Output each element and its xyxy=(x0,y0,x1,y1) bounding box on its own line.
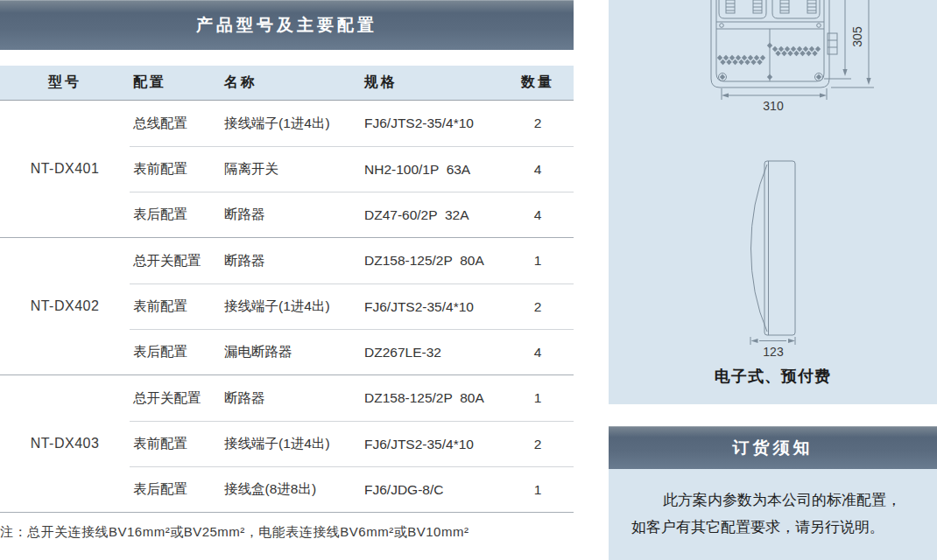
side-view-drawing xyxy=(751,161,796,335)
section-title-bar: 产品型号及主要配置 xyxy=(0,0,574,50)
config-cell: 表前配置 xyxy=(130,435,219,453)
qty-cell: 4 xyxy=(512,345,563,360)
model-group-nt-dx401: NT-DX401 总线配置 接线端子(1进4出) FJ6/JTS2-35/4*1… xyxy=(0,101,574,238)
config-cell: 表后配置 xyxy=(130,206,219,224)
spec-cell: FJ6/JTS2-35/4*10 xyxy=(362,299,512,315)
qty-cell: 4 xyxy=(512,162,563,178)
config-cell: 表后配置 xyxy=(130,343,219,361)
table-row: 表前配置 接线端子(1进4出) FJ6/JTS2-35/4*10 2 xyxy=(130,421,574,466)
vent-lattice-right xyxy=(772,46,821,56)
name-cell: 漏电断路器 xyxy=(219,343,362,361)
panel-divider xyxy=(609,404,937,426)
model-cell: NT-DX403 xyxy=(0,375,130,512)
col-header-model: 型号 xyxy=(0,74,130,92)
table-row: 总开关配置 断路器 DZ158-125/2P 80A 1 xyxy=(130,238,574,284)
section-title: 产品型号及主要配置 xyxy=(196,14,377,37)
spec-cell: DZ158-125/2P 80A xyxy=(362,253,512,269)
col-header-spec: 规格 xyxy=(362,74,512,92)
meter-box-drawing: 305 310 xyxy=(609,0,937,404)
spec-cell: NH2-100/1P 63A xyxy=(362,162,512,178)
right-info-panel: 305 310 xyxy=(609,0,937,560)
table-row: 表后配置 断路器 DZ47-60/2P 32A 4 xyxy=(130,192,574,237)
spec-cell: DZ158-125/2P 80A xyxy=(362,390,512,406)
wiring-note: 注：总开关连接线BV16mm²或BV25mm²，电能表连接线BV6mm²或BV1… xyxy=(0,524,574,541)
spec-cell: DZ47-60/2P 32A xyxy=(362,207,512,223)
name-cell: 接线端子(1进4出) xyxy=(219,435,362,453)
table-row: 表前配置 隔离开关 NH2-100/1P 63A 4 xyxy=(130,146,574,192)
name-cell: 断路器 xyxy=(219,252,362,270)
terminal-coil-icons xyxy=(726,0,816,13)
vent-lattice-left xyxy=(717,55,765,65)
config-cell: 表后配置 xyxy=(130,480,219,499)
technical-drawing-panel: 305 310 xyxy=(609,0,937,404)
model-group-nt-dx403: NT-DX403 总开关配置 断路器 DZ158-125/2P 80A 1 表前… xyxy=(0,375,574,513)
table-row: 总开关配置 断路器 DZ158-125/2P 80A 1 xyxy=(130,375,574,421)
model-cell: NT-DX402 xyxy=(0,238,130,374)
config-cell: 总开关配置 xyxy=(130,389,219,408)
config-cell: 总线配置 xyxy=(130,115,219,133)
col-header-qty: 数量 xyxy=(512,74,563,92)
order-notice-title: 订货须知 xyxy=(733,437,814,459)
config-cell: 表前配置 xyxy=(130,160,219,178)
product-config-section: 产品型号及主要配置 型号 配置 名称 规格 数量 NT-DX401 总线配置 接… xyxy=(0,0,574,541)
meter-type-caption: 电子式、预付费 xyxy=(609,366,937,387)
dim-depth-label: 123 xyxy=(763,345,784,359)
config-cell: 表前配置 xyxy=(130,298,219,316)
spec-cell: FJ6/JDG-8/C xyxy=(362,482,512,498)
front-view-drawing xyxy=(711,0,837,88)
dimension-height: 305 xyxy=(824,0,874,88)
name-cell: 接线盒(8进8出) xyxy=(219,480,362,499)
qty-cell: 2 xyxy=(512,299,563,315)
order-notice-text: 此方案内参数为本公司的标准配置， 如客户有其它配置要求，请另行说明。 xyxy=(609,469,937,560)
col-header-config: 配置 xyxy=(130,74,219,92)
spec-cell: DZ267LE-32 xyxy=(362,345,512,360)
dim-height-label: 305 xyxy=(850,26,864,47)
spec-cell: FJ6/JTS2-35/4*10 xyxy=(362,437,512,452)
model-cell: NT-DX401 xyxy=(0,101,130,237)
name-cell: 断路器 xyxy=(219,206,362,224)
table-row: 表后配置 接线盒(8进8出) FJ6/JDG-8/C 1 xyxy=(130,466,574,512)
dim-width-label: 310 xyxy=(763,99,784,113)
catalog-page: 产品型号及主要配置 型号 配置 名称 规格 数量 NT-DX401 总线配置 接… xyxy=(0,0,937,560)
order-notice-title-bar: 订货须知 xyxy=(609,426,937,469)
qty-cell: 2 xyxy=(512,437,563,452)
col-header-name: 名称 xyxy=(219,74,362,92)
table-row: 表后配置 漏电断路器 DZ267LE-32 4 xyxy=(130,329,574,374)
dimension-depth: 123 xyxy=(750,337,795,359)
table-row: 总线配置 接线端子(1进4出) FJ6/JTS2-35/4*10 2 xyxy=(130,101,574,146)
qty-cell: 1 xyxy=(512,253,563,269)
table-header-row: 型号 配置 名称 规格 数量 xyxy=(0,66,574,101)
product-table: 型号 配置 名称 规格 数量 NT-DX401 总线配置 接线端子(1进4出) … xyxy=(0,66,574,513)
qty-cell: 1 xyxy=(512,482,563,498)
name-cell: 断路器 xyxy=(219,389,362,408)
config-cell: 总开关配置 xyxy=(130,252,219,270)
order-note-line2: 如客户有其它配置要求，请另行说明。 xyxy=(631,514,923,541)
qty-cell: 4 xyxy=(512,207,563,223)
qty-cell: 1 xyxy=(512,390,563,406)
qty-cell: 2 xyxy=(512,116,563,131)
name-cell: 接线端子(1进4出) xyxy=(219,298,362,316)
name-cell: 隔离开关 xyxy=(219,160,362,178)
dimension-width: 310 xyxy=(722,88,827,113)
name-cell: 接线端子(1进4出) xyxy=(219,115,362,133)
model-group-nt-dx402: NT-DX402 总开关配置 断路器 DZ158-125/2P 80A 1 表前… xyxy=(0,238,574,375)
spec-cell: FJ6/JTS2-35/4*10 xyxy=(362,116,512,131)
table-row: 表前配置 接线端子(1进4出) FJ6/JTS2-35/4*10 2 xyxy=(130,284,574,329)
order-note-line1: 此方案内参数为本公司的标准配置， xyxy=(631,486,923,514)
